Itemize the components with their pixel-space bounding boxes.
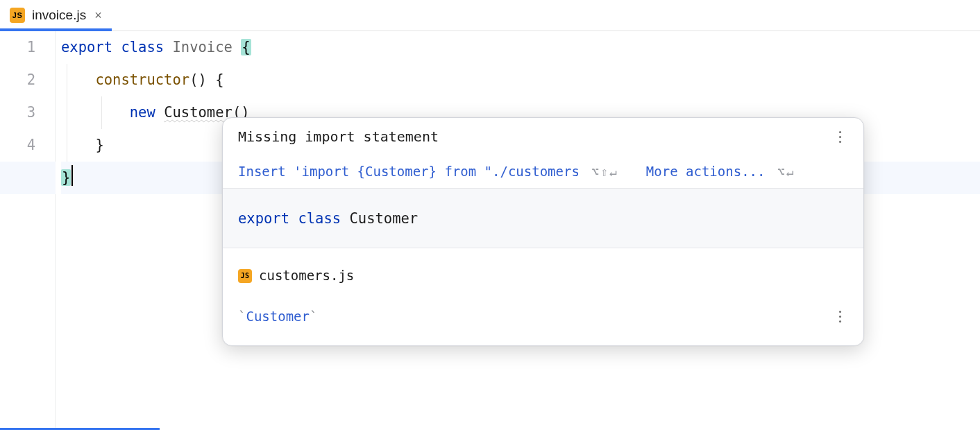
popup-filename: customers.js — [259, 259, 354, 292]
more-options-icon[interactable] — [831, 311, 848, 322]
line-number: 3 — [0, 96, 35, 129]
popup-file-row[interactable]: JS customers.js — [223, 248, 863, 296]
tab-invoice[interactable]: JS invoice.js × — [0, 0, 112, 31]
action-insert-import[interactable]: Insert 'import {Customer} from "./custom… — [238, 155, 618, 188]
tab-filename: invoice.js — [32, 8, 86, 23]
close-icon[interactable]: × — [93, 9, 103, 22]
gutter: 1 2 3 4 5 — [0, 31, 56, 430]
js-file-icon: JS — [238, 269, 252, 283]
action-more-actions[interactable]: More actions... ⌥↵ — [646, 155, 795, 188]
code-line[interactable]: constructor() { — [61, 64, 980, 96]
popup-reference-row[interactable]: `Customer` — [223, 296, 863, 345]
line-number: 4 — [0, 129, 35, 162]
text-caret — [71, 165, 73, 186]
intention-popup: Missing import statement Insert 'import … — [222, 117, 864, 346]
tab-bar: JS invoice.js × — [0, 0, 980, 31]
code-line[interactable]: export class Invoice { — [61, 31, 980, 64]
line-number: 2 — [0, 64, 35, 96]
popup-preview: export class Customer — [223, 189, 863, 248]
shortcut-hint: ⌥⇧↵ — [591, 164, 618, 179]
editor[interactable]: 1 2 3 4 5 export class Invoice { constru… — [0, 31, 980, 430]
shortcut-hint: ⌥↵ — [777, 164, 795, 179]
popup-title: Missing import statement — [238, 121, 439, 153]
js-file-icon: JS — [10, 8, 25, 23]
line-number: 1 — [0, 31, 35, 64]
more-options-icon[interactable] — [831, 131, 848, 143]
